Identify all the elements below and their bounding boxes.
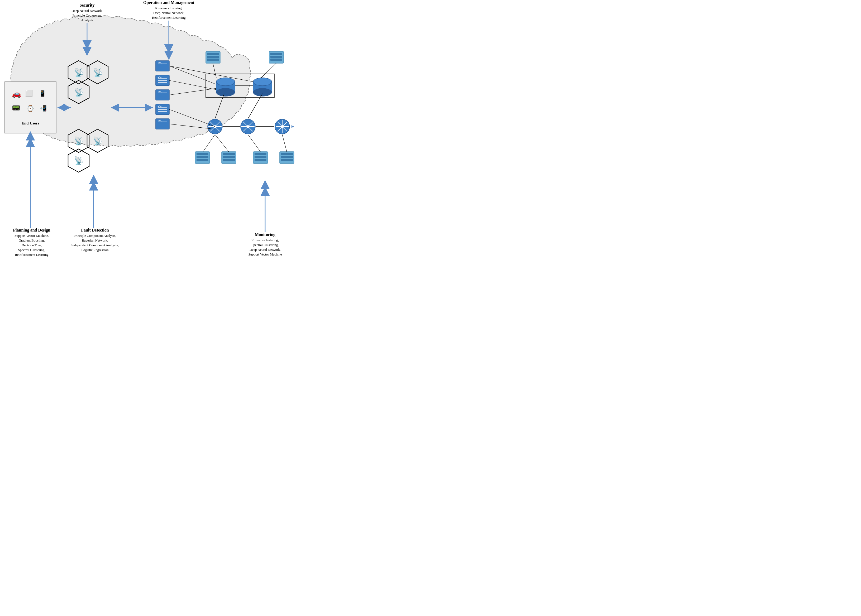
- svg-text:Support Vector Machine,: Support Vector Machine,: [14, 234, 49, 237]
- switch-2: [156, 75, 169, 86]
- switch-1: [156, 61, 169, 71]
- svg-line-120: [248, 135, 260, 152]
- operation-label: Operation and Management K means cluster…: [143, 0, 194, 19]
- svg-text:Spectral Clustering,: Spectral Clustering,: [251, 243, 279, 247]
- cloud-switch-2: [241, 119, 255, 134]
- svg-text:Fault Detection: Fault Detection: [81, 228, 109, 232]
- svg-rect-94: [223, 156, 235, 158]
- planning-label: Planning and Design Support Vector Machi…: [13, 228, 50, 256]
- svg-rect-90: [197, 156, 208, 158]
- svg-line-118: [203, 135, 215, 152]
- svg-text:Operation and Management: Operation and Management: [143, 0, 194, 5]
- svg-text:K means clustering,: K means clustering,: [251, 238, 279, 242]
- cloud-switch-3: [275, 119, 290, 134]
- svg-text:📡: 📡: [93, 136, 103, 146]
- svg-rect-101: [281, 153, 293, 155]
- svg-text:⬜: ⬜: [25, 90, 33, 97]
- svg-point-61: [253, 78, 272, 86]
- svg-text:📱: 📱: [39, 90, 46, 97]
- cloud-server-3: [195, 152, 210, 163]
- svg-point-57: [216, 78, 235, 86]
- svg-text:Principle Component Analysis,: Principle Component Analysis,: [74, 234, 116, 237]
- svg-marker-114: [291, 125, 294, 128]
- svg-text:Gradient Boosting,: Gradient Boosting,: [19, 238, 45, 242]
- cloud-router-2: [253, 78, 272, 96]
- svg-text:Analysis: Analysis: [81, 18, 93, 22]
- svg-rect-91: [197, 159, 208, 161]
- svg-text:End Users: End Users: [22, 121, 39, 125]
- svg-point-56: [216, 88, 235, 96]
- svg-rect-81: [207, 53, 219, 55]
- svg-rect-97: [255, 153, 266, 155]
- monitoring-label: Monitoring K means clustering, Spectral …: [249, 232, 282, 256]
- svg-text:📡: 📡: [74, 68, 84, 77]
- svg-text:Deep Neural Network,: Deep Neural Network,: [250, 248, 281, 251]
- svg-rect-87: [271, 58, 282, 61]
- svg-text:Planning and Design: Planning and Design: [13, 228, 50, 233]
- svg-rect-99: [255, 159, 266, 161]
- svg-text:Deep Neural Network,: Deep Neural Network,: [153, 11, 184, 15]
- svg-text:📲: 📲: [39, 105, 47, 112]
- svg-text:📡: 📡: [93, 68, 103, 77]
- svg-text:Bayesian Network,: Bayesian Network,: [82, 238, 108, 242]
- switch-3: [156, 90, 169, 100]
- svg-text:🚗: 🚗: [12, 90, 21, 98]
- svg-text:Monitoring: Monitoring: [255, 232, 275, 237]
- cloud-server-4: [222, 152, 236, 163]
- svg-text:K means clustering,: K means clustering,: [155, 6, 183, 10]
- svg-text:Spectral Clustering,: Spectral Clustering,: [18, 248, 45, 252]
- svg-rect-86: [271, 56, 282, 58]
- main-diagram: Security Deep Neural Network, Principle …: [0, 0, 430, 308]
- cloud-server-2: [269, 52, 283, 63]
- cloud-server-1: [206, 52, 220, 63]
- svg-text:Principle Component: Principle Component: [72, 13, 102, 17]
- cloud-server-5: [253, 152, 268, 163]
- svg-line-117: [261, 63, 276, 78]
- fault-label: Fault Detection Principle Component Anal…: [71, 228, 118, 252]
- switch-5: [156, 119, 169, 129]
- svg-rect-103: [281, 159, 293, 161]
- cloud-server-6: [280, 152, 294, 163]
- svg-rect-102: [281, 156, 293, 158]
- svg-text:📟: 📟: [12, 104, 20, 112]
- svg-text:Support Vector Machine: Support Vector Machine: [249, 252, 282, 256]
- svg-text:📡: 📡: [74, 136, 84, 146]
- svg-text:📡: 📡: [74, 156, 84, 166]
- svg-rect-95: [223, 159, 235, 161]
- svg-text:Independent Component Analysis: Independent Component Analysis,: [71, 243, 118, 247]
- svg-rect-82: [207, 56, 219, 58]
- svg-text:Deep Neural Network,: Deep Neural Network,: [71, 9, 102, 13]
- svg-text:Reinforcement Learning: Reinforcement Learning: [15, 253, 49, 256]
- switch-4: [156, 104, 169, 115]
- end-users-box: 🚗 ⬜ 📱 📟 ⌚ 📲 End Users: [5, 82, 56, 133]
- svg-rect-89: [197, 153, 208, 155]
- cloud-router-1: [216, 78, 235, 96]
- svg-text:⌚: ⌚: [27, 105, 34, 112]
- svg-text:📡: 📡: [74, 88, 84, 97]
- svg-point-60: [253, 88, 272, 96]
- svg-rect-93: [223, 153, 235, 155]
- svg-text:Security: Security: [80, 3, 95, 8]
- svg-text:Reinforcement Learning: Reinforcement Learning: [152, 16, 186, 19]
- svg-rect-98: [255, 156, 266, 158]
- svg-text:Decision Tree,: Decision Tree,: [22, 243, 42, 247]
- svg-line-119: [215, 135, 229, 152]
- svg-line-121: [282, 135, 287, 152]
- svg-rect-85: [271, 53, 282, 55]
- svg-text:Logistic Regression: Logistic Regression: [81, 248, 109, 252]
- svg-rect-83: [207, 58, 219, 61]
